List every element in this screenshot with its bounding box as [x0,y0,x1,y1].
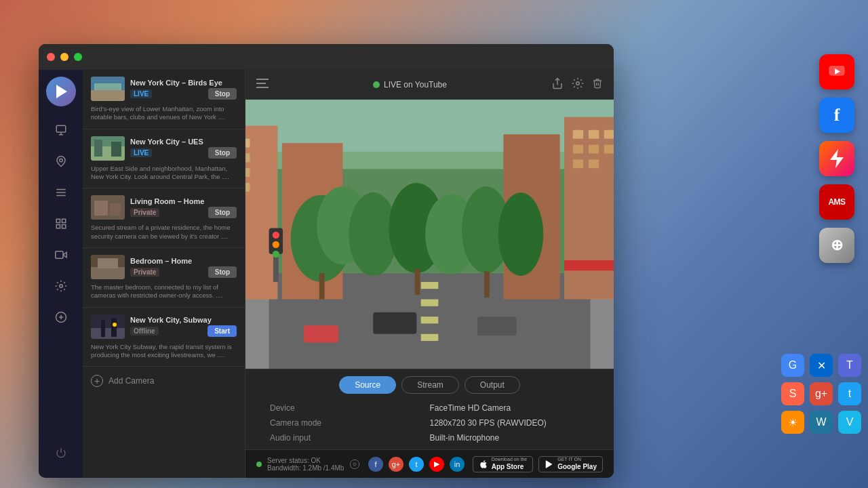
tab-stream[interactable]: Stream [401,376,459,394]
add-camera-button[interactable]: + Add Camera [83,367,245,395]
camera-name-0: New York City – Birds Eye [130,79,237,87]
svg-rect-24 [94,201,108,216]
camera-stop-button-2[interactable]: Stop [208,207,237,218]
app-icon-ams[interactable]: AMS [819,184,854,220]
camera-stop-button-0[interactable]: Stop [208,88,237,100]
svg-rect-59 [564,117,614,300]
logo-play-icon [56,85,67,98]
mini-app-google[interactable]: G [781,354,804,377]
server-status: Server status: OK [267,457,344,464]
device-value: FaceTime HD Camera [430,403,590,413]
minimize-button[interactable] [60,53,68,61]
device-label: Device [270,403,430,413]
sidebar-item-settings[interactable] [48,273,74,299]
social-linkedin[interactable]: in [450,457,465,472]
camera-item-0[interactable]: New York City – Birds Eye LIVE Stop Bird… [83,70,245,129]
camera-item-1[interactable]: New York City – UES LIVE Stop Upper East… [83,129,245,189]
mini-app-icons: G ✕ T S g+ t ☀ W V [781,354,861,434]
mini-app-gplus[interactable]: g+ [810,382,833,405]
camera-info-3: Bedroom – Home Private Stop [130,257,237,278]
social-google[interactable]: g+ [389,457,403,472]
social-facebook[interactable]: f [368,457,383,472]
appstore-text: Download on the App Store [492,457,528,470]
mini-app-vimeo[interactable]: V [838,411,861,434]
mini-app-x[interactable]: ✕ [810,354,833,377]
audio-label: Audio input [270,433,430,443]
camera-desc-4: New York City Subway, the rapid transit … [91,343,237,360]
svg-rect-63 [604,130,614,139]
svg-rect-0 [56,125,66,132]
camera-thumb-1 [91,136,125,161]
camera-name-2: Living Room – Home [130,197,237,205]
svg-marker-9 [63,252,66,258]
svg-point-38 [576,81,580,85]
googleplay-label: Google Play [557,463,597,471]
tab-row: Source Stream Output [256,376,603,394]
sidebar-item-grid[interactable] [48,211,74,237]
svg-point-11 [59,285,62,288]
appstore-badge[interactable]: Download on the App Store [473,456,534,472]
camera-item-4[interactable]: New York City, Subway Offline Start New … [83,308,245,367]
camera-info-4: New York City, Subway Offline Start [130,316,237,337]
svg-rect-67 [573,159,583,168]
app-logo[interactable] [46,77,76,106]
sidebar-item-add[interactable] [48,304,74,330]
social-twitter[interactable]: t [409,457,424,472]
svg-rect-32 [111,318,117,337]
menu-icon[interactable] [256,79,269,91]
sidebar-power-button[interactable] [48,440,74,466]
svg-rect-84 [477,317,517,336]
live-text: LIVE on YouTube [384,80,447,89]
video-preview [245,100,614,369]
sidebar-item-feed[interactable] [48,117,74,143]
footer: Server status: OK Bandwidth: 1.2Mb /1.4M… [245,449,614,478]
tab-source[interactable]: Source [339,376,396,394]
mini-app-s[interactable]: S [781,382,804,405]
mini-app-wp[interactable]: W [810,411,833,434]
camera-name-1: New York City – UES [130,138,237,146]
sidebar-item-map[interactable] [48,148,74,174]
svg-rect-78 [484,272,490,298]
share-icon[interactable] [551,77,564,92]
tab-output[interactable]: Output [465,376,520,394]
maximize-button[interactable] [74,53,82,61]
googleplay-badge[interactable]: GET IT ON Google Play [538,456,603,472]
camera-stop-button-1[interactable]: Stop [208,147,237,159]
app-icon-youtube[interactable] [819,54,854,89]
svg-rect-85 [304,325,338,343]
live-indicator: LIVE on YouTube [373,80,447,89]
mini-app-sun[interactable]: ☀ [781,411,804,434]
add-camera-icon: + [91,375,103,387]
svg-marker-94 [830,149,844,168]
social-youtube[interactable]: ▶ [429,457,444,472]
camera-desc-2: Secured stream of a private residence, t… [91,224,237,241]
googleplay-sub: GET IT ON [557,457,597,462]
appstore-label: App Store [492,463,528,471]
camera-stop-button-3[interactable]: Stop [208,266,237,278]
bandwidth-text: Bandwidth: 1.2Mb /1.4Mb [267,464,344,472]
close-button[interactable] [47,53,55,61]
app-icon-scope[interactable]: ⊕ [819,228,854,263]
sidebar-item-video[interactable] [48,242,74,268]
svg-rect-5 [56,219,60,222]
googleplay-text: GET IT ON Google Play [557,457,597,470]
svg-rect-31 [101,320,105,337]
camera-item-3[interactable]: Bedroom – Home Private Stop The master b… [83,248,245,308]
camera-status-3: Private [130,268,159,277]
app-icon-bolt[interactable] [819,141,854,176]
titlebar [39,44,614,70]
camera-list: New York City – Birds Eye LIVE Stop Bird… [83,70,245,478]
app-window: New York City – Birds Eye LIVE Stop Bird… [39,44,614,478]
settings-icon[interactable] [572,77,584,92]
mini-app-twitter[interactable]: t [838,382,861,405]
camera-item-2[interactable]: Living Room – Home Private Stop Secured … [83,188,245,248]
trash-icon[interactable] [592,77,603,92]
app-icon-facebook[interactable]: f [819,98,854,133]
server-dot [256,462,262,467]
sidebar-item-list[interactable] [48,180,74,205]
mini-app-t[interactable]: T [838,354,861,377]
camera-thumb-0 [91,77,125,101]
camera-thumb-3 [91,255,125,279]
svg-rect-21 [94,140,102,157]
camera-start-button-4[interactable]: Start [208,325,237,337]
